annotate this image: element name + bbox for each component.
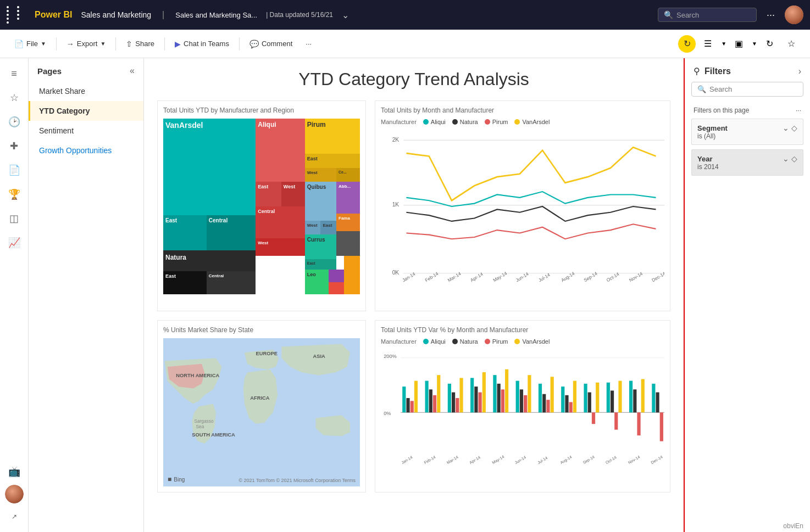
share-icon: ⇧	[126, 40, 132, 48]
treemap-block-aliqui-central[interactable]: Central	[256, 206, 305, 238]
svg-text:2K: 2K	[392, 136, 400, 142]
export-menu[interactable]: → Export ▼	[61, 36, 111, 52]
treemap-block-aliqui-west[interactable]: West	[281, 182, 305, 206]
user-avatar[interactable]	[785, 5, 803, 24]
treemap-block-small2[interactable]	[329, 282, 345, 294]
page-item-market-share[interactable]: Market Share	[29, 81, 143, 101]
filter-search-input[interactable]	[709, 85, 797, 93]
nav-shared-button[interactable]: 📄	[3, 159, 25, 181]
powerbi-logo: Power BI	[35, 10, 72, 20]
treemap-block-aliqui[interactable]: Aliqui	[256, 119, 305, 182]
nav-recent-button[interactable]: 🕑	[3, 111, 25, 133]
treemap-block-natura-central[interactable]: Central	[207, 271, 256, 294]
treemap-container[interactable]: Total Units YTD by Manufacturer and Regi…	[157, 100, 366, 311]
data-chevron-icon[interactable]: ⌄	[342, 10, 349, 20]
treemap-block-currus-east[interactable]: East	[305, 259, 336, 270]
nav-workspaces-button[interactable]: ◫	[3, 208, 25, 229]
treemap-block-small1[interactable]	[329, 270, 345, 282]
svg-rect-47	[497, 384, 501, 412]
treemap-block-natura-east[interactable]: East	[163, 271, 207, 294]
file-menu[interactable]: 📄 File ▼	[9, 36, 52, 52]
page-item-growth-opportunities[interactable]: Growth Opportunities	[29, 141, 143, 160]
svg-text:May-14: May-14	[492, 270, 508, 283]
report-name[interactable]: Sales and Marketing Sa...	[175, 11, 257, 19]
favorites-button[interactable]: ☆	[781, 34, 801, 54]
nav-learn-button[interactable]: 📺	[3, 461, 25, 483]
filter-segment-chevron-icon[interactable]: ⌄	[783, 124, 789, 132]
treemap[interactable]: VanArsdel East Central West Natura East …	[163, 119, 360, 294]
bar-chart-container[interactable]: Total Units YTD Var % by Month and Manuf…	[375, 320, 670, 492]
nav-metrics-button[interactable]: 🏆	[3, 183, 25, 205]
filter-collapse-icon[interactable]: ›	[798, 66, 801, 76]
treemap-block-pirum-ce[interactable]: Ce...	[336, 168, 360, 182]
treemap-block-pirum-east[interactable]: East	[305, 154, 360, 168]
treemap-block-abb[interactable]: Abb...	[336, 182, 360, 214]
nav-profile-button[interactable]	[5, 485, 24, 503]
treemap-block-small4[interactable]	[344, 256, 360, 294]
auto-refresh-button[interactable]: ↻	[759, 34, 779, 54]
search-input[interactable]	[676, 11, 748, 19]
pages-title: Pages	[37, 66, 62, 76]
svg-text:Sea: Sea	[196, 424, 204, 429]
filter-card-icons: ⌄ ◇	[783, 124, 797, 132]
pages-collapse-button[interactable]: «	[130, 66, 135, 76]
treemap-block-vanarsdel[interactable]: VanArsdel	[163, 119, 256, 215]
treemap-block-fama[interactable]: Fama	[336, 214, 360, 231]
page-item-sentiment[interactable]: Sentiment	[29, 121, 143, 141]
treemap-block-quibus-west[interactable]: West	[305, 221, 321, 235]
nav-create-button[interactable]: 📈	[3, 232, 25, 254]
nav-arrow-button[interactable]: ↗	[3, 506, 25, 528]
treemap-block-aliqui-east[interactable]: East	[256, 182, 281, 206]
filter-year-clear-icon[interactable]: ◇	[791, 154, 797, 163]
treemap-block-vanarsdel-east[interactable]: East	[163, 215, 207, 250]
page-item-ytd-category[interactable]: YTD Category	[29, 101, 143, 121]
view-button[interactable]: ▣	[729, 34, 748, 54]
share-button[interactable]: ⇧ Share	[120, 36, 160, 52]
svg-rect-41	[459, 378, 463, 412]
bar-legend-natura-label: Natura	[460, 338, 478, 345]
svg-text:Apr-14: Apr-14	[469, 271, 484, 283]
treemap-block-pirum[interactable]: Pirum	[305, 119, 360, 154]
svg-text:EUROPE: EUROPE	[256, 351, 278, 356]
treemap-block-leo[interactable]: Leo	[305, 270, 329, 294]
svg-rect-43	[474, 387, 478, 412]
toolbar-more-button[interactable]: ···	[300, 36, 317, 51]
treemap-block-pirum-west[interactable]: West	[305, 168, 336, 182]
line-chart-container[interactable]: Total Units by Month and Manufacturer Ma…	[375, 100, 670, 311]
export-chevron-icon: ▼	[100, 41, 106, 47]
filter-card-year[interactable]: Year ⌄ ◇ is 2014	[691, 149, 803, 176]
map-container[interactable]: % Units Market Share by State	[157, 320, 366, 492]
refresh-button[interactable]: ↻	[678, 35, 696, 53]
filter-year-chevron-icon[interactable]: ⌄	[783, 154, 789, 163]
filter-segment-clear-icon[interactable]: ◇	[791, 124, 797, 132]
treemap-block-quibus[interactable]: Quibus	[305, 182, 336, 220]
svg-rect-75	[656, 393, 659, 413]
chat-in-teams-button[interactable]: ▶ Chat in Teams	[169, 36, 235, 52]
bar-legend-pirum: Pirum	[485, 338, 508, 345]
map[interactable]: NORTH AMERICA EUROPE ASIA AFRICA Sargass…	[163, 338, 360, 486]
bookmark-button[interactable]: ☰	[698, 34, 718, 54]
legend-aliqui-label: Aliqui	[431, 119, 446, 125]
top-search-box[interactable]: 🔍	[658, 8, 757, 22]
svg-text:Sep-14: Sep-14	[582, 455, 596, 466]
bar-legend-natura: Natura	[452, 338, 478, 345]
svg-rect-72	[637, 412, 640, 435]
bar-chart[interactable]: 200% 0%	[381, 349, 664, 459]
filter-card-segment[interactable]: Segment ⌄ ◇ is (All)	[691, 119, 803, 145]
nav-home-button[interactable]: ≡	[3, 63, 25, 85]
more-options-icon[interactable]: ···	[763, 9, 778, 21]
nav-apps-button[interactable]: ✚	[3, 135, 25, 157]
treemap-block-aliqui-west2[interactable]: West	[256, 238, 305, 256]
nav-favorites-button[interactable]: ☆	[3, 87, 25, 109]
svg-rect-55	[542, 394, 546, 413]
treemap-block-vanarsdel-central[interactable]: Central	[207, 215, 256, 250]
comment-button[interactable]: 💬 Comment	[244, 36, 298, 52]
treemap-block-small3[interactable]	[336, 231, 360, 256]
view-icon: ▣	[735, 38, 743, 49]
filter-section-more-icon[interactable]: ···	[796, 107, 801, 114]
treemap-block-currus[interactable]: Currus	[305, 234, 336, 259]
treemap-block-quibus-east[interactable]: East	[320, 221, 336, 235]
app-grid-icon[interactable]	[7, 6, 26, 24]
line-chart[interactable]: 2K 1K 0K	[381, 130, 664, 305]
filter-search-box[interactable]: 🔍	[691, 82, 803, 97]
